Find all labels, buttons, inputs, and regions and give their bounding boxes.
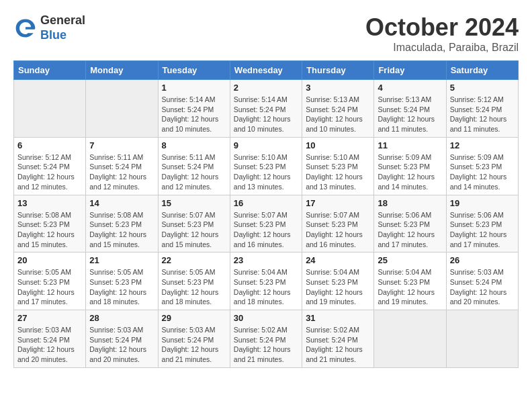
day-number: 31	[306, 313, 370, 323]
day-cell: 4Sunrise: 5:13 AMSunset: 5:24 PMDaylight…	[374, 80, 446, 138]
logo-icon	[13, 16, 38, 40]
logo-blue-text: Blue	[40, 28, 66, 42]
day-info: Sunrise: 5:07 AMSunset: 5:23 PMDaylight:…	[306, 210, 370, 250]
day-info: Sunrise: 5:04 AMSunset: 5:23 PMDaylight:…	[234, 267, 298, 307]
day-info: Sunrise: 5:12 AMSunset: 5:24 PMDaylight:…	[17, 152, 82, 192]
weekday-header-friday: Friday	[374, 61, 446, 80]
day-number: 19	[450, 198, 515, 208]
logo-general-text: General	[40, 13, 85, 27]
title-block: October 2024 Imaculada, Paraiba, Brazil	[365, 13, 519, 54]
day-cell: 19Sunrise: 5:06 AMSunset: 5:23 PMDayligh…	[446, 195, 518, 253]
weekday-header-wednesday: Wednesday	[230, 61, 302, 80]
day-info: Sunrise: 5:13 AMSunset: 5:24 PMDaylight:…	[306, 95, 370, 134]
day-cell	[446, 310, 518, 368]
week-row-5: 27Sunrise: 5:03 AMSunset: 5:24 PMDayligh…	[14, 310, 519, 368]
day-cell: 9Sunrise: 5:10 AMSunset: 5:23 PMDaylight…	[230, 137, 302, 195]
day-cell: 20Sunrise: 5:05 AMSunset: 5:23 PMDayligh…	[14, 253, 86, 310]
day-cell: 25Sunrise: 5:04 AMSunset: 5:23 PMDayligh…	[374, 253, 446, 310]
day-number: 23	[234, 255, 298, 265]
day-info: Sunrise: 5:11 AMSunset: 5:24 PMDaylight:…	[89, 152, 154, 192]
day-cell: 12Sunrise: 5:09 AMSunset: 5:23 PMDayligh…	[446, 137, 518, 195]
day-info: Sunrise: 5:02 AMSunset: 5:24 PMDaylight:…	[306, 325, 370, 365]
day-number: 3	[306, 83, 370, 93]
day-number: 25	[378, 255, 442, 265]
day-number: 29	[162, 313, 226, 323]
day-info: Sunrise: 5:13 AMSunset: 5:24 PMDaylight:…	[378, 95, 442, 134]
week-row-2: 6Sunrise: 5:12 AMSunset: 5:24 PMDaylight…	[14, 137, 519, 195]
day-cell: 1Sunrise: 5:14 AMSunset: 5:24 PMDaylight…	[158, 80, 230, 138]
day-number: 10	[306, 140, 370, 150]
day-number: 16	[234, 198, 298, 208]
day-cell: 18Sunrise: 5:06 AMSunset: 5:23 PMDayligh…	[374, 195, 446, 253]
day-number: 9	[234, 140, 298, 150]
day-cell: 29Sunrise: 5:03 AMSunset: 5:24 PMDayligh…	[158, 310, 230, 368]
day-info: Sunrise: 5:04 AMSunset: 5:23 PMDaylight:…	[378, 267, 442, 307]
week-row-4: 20Sunrise: 5:05 AMSunset: 5:23 PMDayligh…	[14, 253, 519, 310]
day-cell: 10Sunrise: 5:10 AMSunset: 5:23 PMDayligh…	[302, 137, 374, 195]
day-info: Sunrise: 5:08 AMSunset: 5:23 PMDaylight:…	[89, 210, 154, 250]
day-cell	[14, 80, 86, 138]
day-number: 28	[89, 313, 154, 323]
weekday-header-thursday: Thursday	[302, 61, 374, 80]
day-info: Sunrise: 5:08 AMSunset: 5:23 PMDaylight:…	[17, 210, 82, 250]
day-info: Sunrise: 5:05 AMSunset: 5:23 PMDaylight:…	[162, 267, 226, 307]
day-number: 26	[450, 255, 515, 265]
day-number: 6	[17, 140, 82, 150]
weekday-header-sunday: Sunday	[14, 61, 86, 80]
weekday-header-row: SundayMondayTuesdayWednesdayThursdayFrid…	[14, 61, 519, 80]
day-info: Sunrise: 5:07 AMSunset: 5:23 PMDaylight:…	[234, 210, 298, 250]
day-number: 17	[306, 198, 370, 208]
day-number: 12	[450, 140, 515, 150]
day-cell: 3Sunrise: 5:13 AMSunset: 5:24 PMDaylight…	[302, 80, 374, 138]
day-number: 14	[89, 198, 154, 208]
month-title: October 2024	[365, 13, 519, 42]
day-info: Sunrise: 5:03 AMSunset: 5:24 PMDaylight:…	[17, 325, 82, 365]
day-info: Sunrise: 5:11 AMSunset: 5:24 PMDaylight:…	[162, 152, 226, 192]
weekday-header-tuesday: Tuesday	[158, 61, 230, 80]
day-cell: 2Sunrise: 5:14 AMSunset: 5:24 PMDaylight…	[230, 80, 302, 138]
day-cell: 5Sunrise: 5:12 AMSunset: 5:24 PMDaylight…	[446, 80, 518, 138]
day-info: Sunrise: 5:10 AMSunset: 5:23 PMDaylight:…	[306, 152, 370, 192]
day-number: 22	[162, 255, 226, 265]
day-info: Sunrise: 5:05 AMSunset: 5:23 PMDaylight:…	[17, 267, 82, 307]
day-cell: 21Sunrise: 5:05 AMSunset: 5:23 PMDayligh…	[86, 253, 158, 310]
day-number: 13	[17, 198, 82, 208]
day-cell: 17Sunrise: 5:07 AMSunset: 5:23 PMDayligh…	[302, 195, 374, 253]
day-number: 18	[378, 198, 442, 208]
day-cell: 28Sunrise: 5:03 AMSunset: 5:24 PMDayligh…	[86, 310, 158, 368]
day-cell: 15Sunrise: 5:07 AMSunset: 5:23 PMDayligh…	[158, 195, 230, 253]
day-cell: 24Sunrise: 5:04 AMSunset: 5:23 PMDayligh…	[302, 253, 374, 310]
day-number: 27	[17, 313, 82, 323]
week-row-3: 13Sunrise: 5:08 AMSunset: 5:23 PMDayligh…	[14, 195, 519, 253]
day-cell	[86, 80, 158, 138]
day-info: Sunrise: 5:09 AMSunset: 5:23 PMDaylight:…	[450, 152, 515, 192]
weekday-header-saturday: Saturday	[446, 61, 518, 80]
day-cell: 23Sunrise: 5:04 AMSunset: 5:23 PMDayligh…	[230, 253, 302, 310]
day-cell: 11Sunrise: 5:09 AMSunset: 5:23 PMDayligh…	[374, 137, 446, 195]
day-cell: 27Sunrise: 5:03 AMSunset: 5:24 PMDayligh…	[14, 310, 86, 368]
day-info: Sunrise: 5:03 AMSunset: 5:24 PMDaylight:…	[89, 325, 154, 365]
day-info: Sunrise: 5:06 AMSunset: 5:23 PMDaylight:…	[450, 210, 515, 250]
location: Imaculada, Paraiba, Brazil	[365, 42, 519, 54]
day-info: Sunrise: 5:06 AMSunset: 5:23 PMDaylight:…	[378, 210, 442, 250]
day-number: 2	[234, 83, 298, 93]
day-number: 20	[17, 255, 82, 265]
day-info: Sunrise: 5:14 AMSunset: 5:24 PMDaylight:…	[162, 95, 226, 134]
day-info: Sunrise: 5:10 AMSunset: 5:23 PMDaylight:…	[234, 152, 298, 192]
day-cell: 8Sunrise: 5:11 AMSunset: 5:24 PMDaylight…	[158, 137, 230, 195]
day-cell: 31Sunrise: 5:02 AMSunset: 5:24 PMDayligh…	[302, 310, 374, 368]
day-info: Sunrise: 5:09 AMSunset: 5:23 PMDaylight:…	[378, 152, 442, 192]
day-info: Sunrise: 5:04 AMSunset: 5:23 PMDaylight:…	[306, 267, 370, 307]
day-info: Sunrise: 5:14 AMSunset: 5:24 PMDaylight:…	[234, 95, 298, 134]
day-cell: 14Sunrise: 5:08 AMSunset: 5:23 PMDayligh…	[86, 195, 158, 253]
day-info: Sunrise: 5:05 AMSunset: 5:23 PMDaylight:…	[89, 267, 154, 307]
day-number: 7	[89, 140, 154, 150]
day-cell: 13Sunrise: 5:08 AMSunset: 5:23 PMDayligh…	[14, 195, 86, 253]
day-info: Sunrise: 5:07 AMSunset: 5:23 PMDaylight:…	[162, 210, 226, 250]
day-number: 5	[450, 83, 515, 93]
day-number: 24	[306, 255, 370, 265]
day-cell: 7Sunrise: 5:11 AMSunset: 5:24 PMDaylight…	[86, 137, 158, 195]
day-number: 15	[162, 198, 226, 208]
day-number: 4	[378, 83, 442, 93]
day-cell: 22Sunrise: 5:05 AMSunset: 5:23 PMDayligh…	[158, 253, 230, 310]
